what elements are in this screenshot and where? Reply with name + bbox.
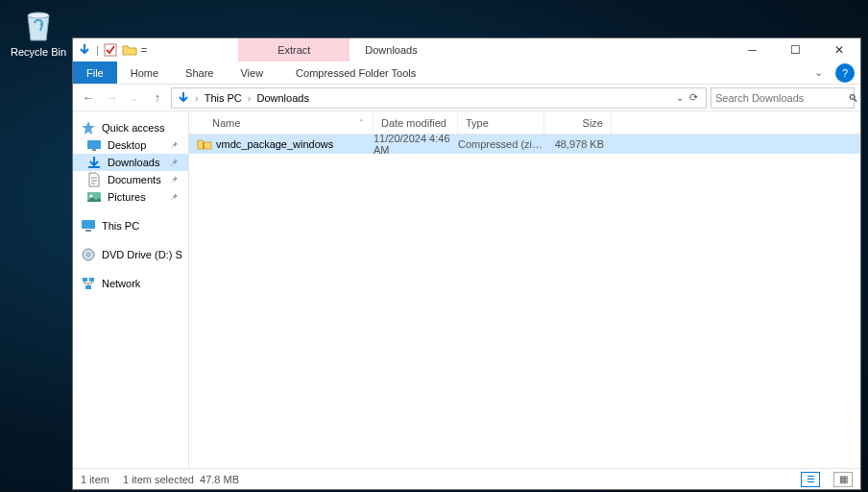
window-title: Downloads [350,38,417,62]
crumb-downloads[interactable]: Downloads [254,92,310,104]
svg-rect-3 [92,149,96,151]
recent-dropdown-icon[interactable]: ⌄ [125,88,144,108]
minimize-button[interactable]: ─ [731,38,774,62]
desktop-icon [86,137,102,153]
network-icon [81,276,96,291]
forward-button[interactable]: → [102,88,121,108]
sidebar-label: This PC [102,220,139,232]
sidebar-quick-access[interactable]: Quick access [73,119,188,136]
col-type[interactable]: Type [458,111,544,134]
pin-icon: 📌︎ [170,140,179,150]
tab-compressed-tools[interactable]: Compressed Folder Tools [282,62,429,84]
close-button[interactable]: ✕ [817,38,860,62]
contextual-tab-extract[interactable]: Extract [238,38,350,62]
pictures-icon [86,189,102,205]
tab-share[interactable]: Share [172,62,227,84]
titlebar: | = Extract Downloads ─ ☐ ✕ [73,38,860,62]
col-size[interactable]: Size [544,111,612,134]
svg-rect-7 [85,230,91,232]
search-box[interactable]: 🔍︎ [711,87,855,109]
tab-home[interactable]: Home [117,62,172,84]
file-date: 11/20/2024 4:46 AM [374,133,458,156]
star-icon [81,120,96,135]
pc-icon [81,218,96,234]
download-icon [86,155,102,170]
explorer-window: | = Extract Downloads ─ ☐ ✕ File Home Sh… [72,37,861,490]
sort-asc-icon: ⌃ [358,118,365,127]
sidebar-label: Quick access [102,122,164,134]
help-icon[interactable]: ? [835,63,855,83]
address-bar: ← → ⌄ ↑ › This PC › Downloads ⌄ ⟳ 🔍︎ [73,85,860,111]
col-date[interactable]: Date modified [374,111,458,134]
sidebar-dvd[interactable]: DVD Drive (D:) SSS_X6 [73,246,188,263]
chevron-right-icon[interactable]: › [246,92,253,104]
col-name[interactable]: Name⌃ [189,111,374,134]
file-name: vmdc_package_windows [216,138,333,150]
status-selection: 1 item selected 47.8 MB [123,474,239,485]
svg-point-9 [87,254,90,257]
column-headers: Name⌃ Date modified Type Size [189,111,860,135]
svg-rect-10 [83,278,87,282]
tab-file[interactable]: File [73,62,117,84]
sidebar: Quick access Desktop 📌︎ Downloads 📌︎ Doc… [73,111,189,468]
pin-icon: 📌︎ [170,175,179,184]
address-dropdown-icon[interactable]: ⌄ [676,92,684,103]
recycle-bin-label: Recycle Bin [2,46,75,58]
pin-icon: 📌︎ [170,158,179,167]
sidebar-desktop[interactable]: Desktop 📌︎ [73,136,188,154]
search-input[interactable] [715,92,848,104]
sidebar-pictures[interactable]: Pictures 📌︎ [73,188,188,206]
crumb-this-pc[interactable]: This PC [203,92,244,104]
svg-rect-2 [87,140,101,149]
maximize-button[interactable]: ☐ [774,38,817,62]
down-arrow-small-icon [176,90,191,106]
sidebar-this-pc[interactable]: This PC [73,217,188,234]
disc-icon [81,247,96,262]
sidebar-label: Network [102,278,140,289]
recycle-bin[interactable]: Recycle Bin [2,0,75,58]
quick-access-toolbar: | = [73,38,147,62]
sidebar-label: DVD Drive (D:) SSS_X6 [102,249,182,260]
sidebar-label: Desktop [108,139,146,151]
tab-view[interactable]: View [227,62,277,84]
svg-rect-6 [82,220,95,229]
pin-icon: 📌︎ [170,192,179,202]
back-button[interactable]: ← [79,88,98,108]
sidebar-downloads[interactable]: Downloads 📌︎ [73,154,188,171]
breadcrumb[interactable]: › This PC › Downloads ⌄ ⟳ [171,87,707,109]
chevron-right-icon[interactable]: › [193,92,201,104]
file-type: Compressed (zipp... [458,138,544,150]
zip-icon [197,136,212,152]
sidebar-label: Documents [108,174,161,185]
up-button[interactable]: ↑ [148,88,167,108]
search-icon[interactable]: 🔍︎ [848,92,858,104]
qat-separator: | [96,44,99,56]
svg-rect-13 [203,142,205,149]
ribbon-collapse-icon[interactable]: ⌄ [807,62,830,84]
svg-rect-11 [89,278,94,282]
folder-icon[interactable] [122,42,137,58]
file-size: 48,978 KB [544,138,604,150]
svg-point-0 [28,12,49,18]
refresh-icon[interactable]: ⟳ [686,91,702,104]
details-view-button[interactable]: ☰ [801,472,820,487]
document-icon [86,172,102,187]
file-row[interactable]: vmdc_package_windows 11/20/2024 4:46 AM … [189,135,860,154]
sidebar-label: Pictures [108,191,146,203]
sidebar-network[interactable]: Network [73,275,188,292]
sidebar-documents[interactable]: Documents 📌︎ [73,171,188,188]
file-list: Name⌃ Date modified Type Size vmdc_packa… [189,111,860,468]
status-item-count: 1 item [81,474,109,485]
down-arrow-icon[interactable] [77,42,92,58]
recycle-bin-icon [18,4,59,44]
status-bar: 1 item 1 item selected 47.8 MB ☰ ▦ [73,468,860,489]
svg-rect-12 [85,285,91,289]
checkbox-icon[interactable] [103,42,118,58]
thumbnails-view-button[interactable]: ▦ [833,472,853,487]
sidebar-label: Downloads [108,157,159,168]
ribbon: File Home Share View Compressed Folder T… [73,62,860,85]
